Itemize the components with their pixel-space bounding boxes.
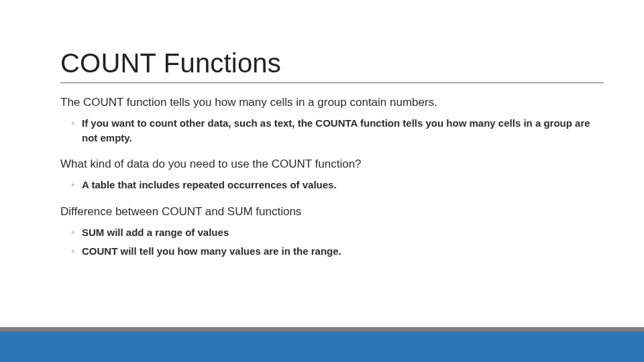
slide: COUNT Functions The COUNT function tells… <box>0 0 644 362</box>
footer-band <box>0 327 644 362</box>
slide-title: COUNT Functions <box>60 48 604 78</box>
section-heading-0: The COUNT function tells you how many ce… <box>60 95 604 111</box>
bullet-item: A table that includes repeated occurrenc… <box>60 178 604 192</box>
slide-content: COUNT Functions The COUNT function tells… <box>60 48 604 271</box>
bullet-item: If you want to count other data, such as… <box>60 116 604 145</box>
section-bullets-2: SUM will add a range of values COUNT wil… <box>60 225 604 259</box>
bullet-item: COUNT will tell you how many values are … <box>60 244 604 259</box>
footer-accent-bar <box>0 331 644 362</box>
section-heading-1: What kind of data do you need to use the… <box>60 157 604 172</box>
section-heading-2: Difference between COUNT and SUM functio… <box>60 204 604 220</box>
bullet-item: SUM will add a range of values <box>60 225 604 240</box>
section-bullets-1: A table that includes repeated occurrenc… <box>60 178 604 192</box>
section-bullets-0: If you want to count other data, such as… <box>60 116 604 145</box>
title-underline <box>60 82 604 83</box>
